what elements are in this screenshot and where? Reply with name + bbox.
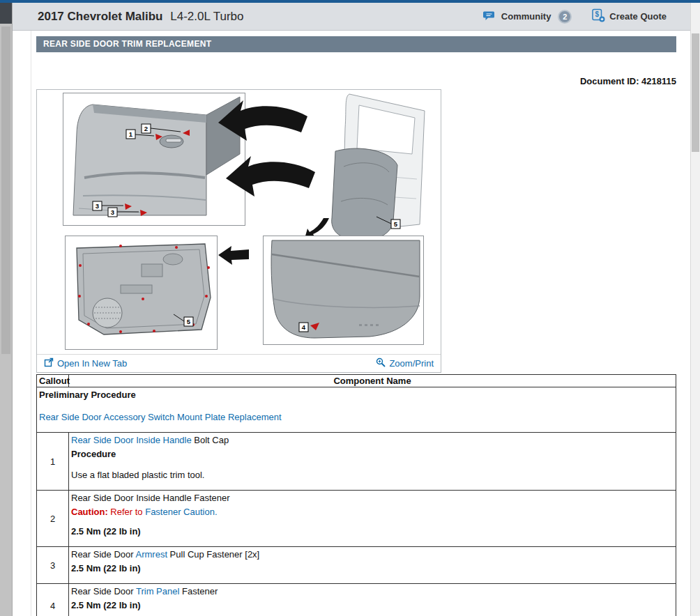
torque-spec: 2.5 Nm (22 lb in)	[71, 525, 674, 539]
open-in-new-tab-label: Open In New Tab	[57, 358, 127, 369]
zoom-icon	[376, 357, 386, 369]
preliminary-procedure-row: Preliminary Procedure Rear Side Door Acc…	[37, 387, 676, 433]
figure-footer: Open In New Tab Zoom/Print	[37, 354, 441, 372]
community-count-badge: 2	[558, 10, 572, 24]
figure-panel: 1 2 3 3	[36, 89, 441, 373]
callout-number: 2	[37, 491, 69, 547]
figure-exploded-view: 5	[218, 94, 425, 239]
left-scrollbar[interactable]	[0, 3, 13, 616]
external-link-icon	[44, 357, 54, 369]
svg-text:5: 5	[187, 318, 191, 325]
svg-text:4: 4	[302, 323, 306, 331]
community-button[interactable]: Community 2	[483, 10, 572, 24]
left-scrollbar-button[interactable]	[0, 3, 12, 24]
callout-3a: 3	[93, 201, 102, 210]
left-scrollbar-thumb[interactable]	[1, 26, 10, 354]
component-text: Bolt Cap	[192, 435, 229, 445]
content-area: REAR SIDE DOOR TRIM REPLACEMENT Document…	[13, 31, 690, 616]
component-text: Rear Side Door	[71, 549, 136, 560]
create-quote-button[interactable]: $ Create Quote	[591, 8, 667, 24]
armrest-link[interactable]: Armrest	[136, 549, 168, 560]
page: 2017 Chevrolet Malibu L4-2.0L Turbo Comm…	[0, 0, 700, 616]
zoom-print-link[interactable]: Zoom/Print	[376, 357, 434, 369]
open-in-new-tab-link[interactable]: Open In New Tab	[44, 357, 127, 369]
svg-text:1: 1	[129, 130, 133, 138]
trim-panel-link[interactable]: Trim Panel	[136, 586, 179, 596]
svg-text:5: 5	[394, 220, 398, 228]
zoom-print-label: Zoom/Print	[389, 358, 434, 369]
preliminary-procedure-title: Preliminary Procedure	[39, 388, 674, 402]
svg-text:2: 2	[144, 125, 148, 132]
figure-back-view: 5	[66, 236, 250, 350]
component-column-header: Component Name	[69, 375, 676, 387]
component-text: Fastener	[179, 586, 218, 596]
vehicle-engine: L4-2.0L Turbo	[170, 10, 243, 23]
callout-3b: 3	[108, 208, 117, 217]
torque-spec: 2.5 Nm (22 lb in)	[71, 562, 674, 576]
callout-column-header: Callout	[37, 375, 69, 387]
header-actions: Community 2 $ Create Quote	[483, 8, 667, 24]
fastener-caution-link[interactable]: Fastener Caution.	[145, 507, 217, 517]
callout-5-exploded: 5	[391, 220, 400, 229]
callout-4: 4	[299, 323, 308, 332]
table-header-row: Callout Component Name	[37, 375, 676, 387]
left-panel-divider	[31, 31, 31, 616]
torque-spec: 2.5 Nm (22 lb in)	[71, 599, 674, 613]
procedure-title-banner: REAR SIDE DOOR TRIM REPLACEMENT	[36, 36, 676, 52]
procedure-note: Use a flat bladed plastic trim tool.	[71, 468, 674, 482]
callout-number: 3	[37, 547, 69, 584]
procedure-label: Procedure	[71, 447, 674, 461]
table-row: 3 Rear Side Door Armrest Pull Cup Fasten…	[37, 547, 676, 584]
callout-number: 1	[37, 433, 69, 491]
component-text: Pull Cup Fastener [2x]	[167, 549, 259, 560]
figure-corner-view: 4	[264, 236, 424, 345]
callout-table: Callout Component Name Preliminary Proce…	[36, 374, 676, 616]
page-title: 2017 Chevrolet Malibu L4-2.0L Turbo	[38, 10, 243, 24]
door-trim-diagram: 1 2 3 3	[37, 90, 441, 354]
table-row: 4 Rear Side Door Trim Panel Fastener 2.5…	[37, 584, 676, 616]
svg-text:3: 3	[96, 202, 99, 210]
figure-interior-view: 1 2 3 3	[63, 93, 245, 226]
right-scrollbar-thumb[interactable]	[692, 33, 699, 152]
table-row: 1 Rear Side Door Inside Handle Bolt Cap …	[37, 433, 676, 491]
callout-number: 4	[37, 584, 69, 616]
component-text: Rear Side Door	[71, 586, 136, 596]
right-scrollbar[interactable]	[690, 3, 700, 616]
svg-text:3: 3	[111, 208, 114, 216]
create-quote-icon: $	[591, 8, 605, 24]
svg-text:$: $	[595, 10, 600, 18]
document-id: Document ID: 4218115	[580, 76, 676, 86]
callout-1: 1	[126, 130, 135, 139]
community-label: Community	[501, 11, 551, 22]
caution-label: Caution:	[71, 507, 108, 517]
table-row: 2 Rear Side Door Inside Handle Fastener …	[37, 491, 676, 547]
callout-5-back: 5	[184, 317, 193, 326]
inside-handle-link[interactable]: Rear Side Door Inside Handle	[71, 435, 192, 445]
community-icon	[483, 10, 497, 24]
create-quote-label: Create Quote	[609, 11, 667, 22]
component-text: Rear Side Door Inside Handle Fastener	[71, 491, 674, 505]
vehicle-title: 2017 Chevrolet Malibu	[38, 10, 163, 23]
header-bar: 2017 Chevrolet Malibu L4-2.0L Turbo Comm…	[13, 3, 690, 31]
callout-2: 2	[142, 124, 151, 133]
preliminary-procedure-link[interactable]: Rear Side Door Accessory Switch Mount Pl…	[39, 412, 282, 422]
caution-text: Refer to	[108, 507, 145, 517]
